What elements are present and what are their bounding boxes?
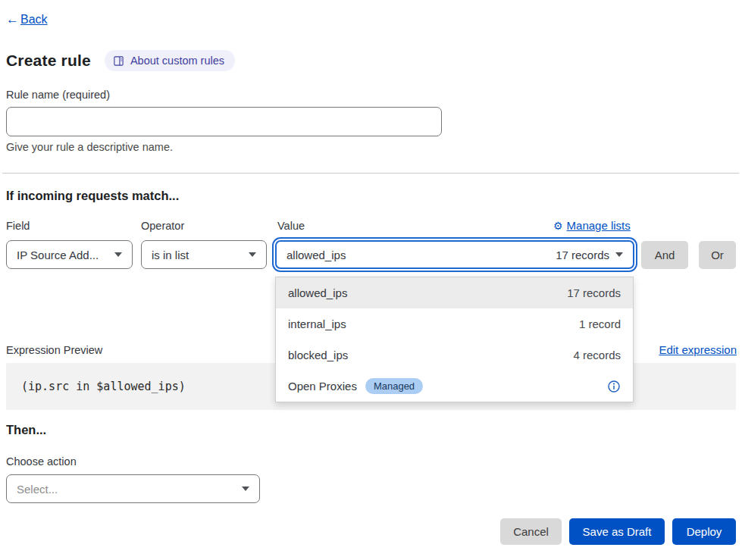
back-arrow-icon: ← xyxy=(6,12,19,27)
rule-name-label: Rule name (required) xyxy=(6,89,110,101)
value-select[interactable]: allowed_ips 17 records xyxy=(275,240,634,269)
value-select-record-count: 17 records xyxy=(556,249,609,261)
list-option-record-count: 17 records xyxy=(567,286,621,299)
section-divider xyxy=(2,173,739,174)
or-button[interactable]: Or xyxy=(699,241,736,269)
list-option-allowed-ips[interactable]: allowed_ips 17 records xyxy=(276,277,633,308)
match-section-heading: If incoming requests match... xyxy=(6,189,179,203)
chevron-down-icon xyxy=(249,252,256,257)
chevron-down-icon xyxy=(242,486,249,491)
manage-lists-link[interactable]: ⚙ Manage lists xyxy=(553,219,635,232)
action-select[interactable]: Select... xyxy=(6,474,260,503)
value-select-value: allowed_ips xyxy=(286,249,346,261)
list-option-internal-ips[interactable]: internal_ips 1 record xyxy=(276,308,633,339)
back-link-label: Back xyxy=(20,13,48,27)
field-label: Field xyxy=(6,220,30,232)
back-link[interactable]: ←Back xyxy=(6,12,48,27)
expression-preview-label: Expression Preview xyxy=(6,344,102,356)
rule-name-input[interactable] xyxy=(6,107,442,136)
field-select-value: IP Source Add... xyxy=(17,249,99,261)
save-as-draft-button[interactable]: Save as Draft xyxy=(569,518,665,545)
and-button[interactable]: And xyxy=(641,241,688,269)
operator-select[interactable]: is in list xyxy=(141,240,267,269)
choose-action-label: Choose action xyxy=(6,455,77,468)
lists-dropdown: allowed_ips 17 records internal_ips 1 re… xyxy=(275,277,634,402)
value-label: Value xyxy=(277,220,305,232)
edit-expression-link[interactable]: Edit expression xyxy=(659,343,737,356)
about-badge-label: About custom rules xyxy=(130,55,224,67)
then-section-heading: Then... xyxy=(6,423,46,437)
managed-badge: Managed xyxy=(365,378,423,394)
title-row: Create rule About custom rules xyxy=(6,50,235,71)
list-option-open-proxies[interactable]: Open Proxies Managed xyxy=(276,371,633,402)
operator-label: Operator xyxy=(141,220,184,232)
gear-icon: ⚙ xyxy=(553,220,563,232)
about-custom-rules-link[interactable]: About custom rules xyxy=(105,50,235,71)
cancel-button[interactable]: Cancel xyxy=(500,518,562,545)
list-option-name: allowed_ips xyxy=(288,286,347,299)
chevron-down-icon xyxy=(114,252,122,257)
operator-select-value: is in list xyxy=(152,249,189,261)
list-option-record-count: 4 records xyxy=(573,349,621,361)
action-select-placeholder: Select... xyxy=(17,483,58,496)
deploy-button[interactable]: Deploy xyxy=(672,518,736,545)
chevron-down-icon xyxy=(615,252,623,257)
book-icon xyxy=(113,55,124,67)
list-option-name: blocked_ips xyxy=(288,349,348,361)
list-option-name: Open Proxies xyxy=(288,380,357,393)
field-select[interactable]: IP Source Add... xyxy=(6,240,133,269)
list-option-name: internal_ips xyxy=(288,318,346,330)
create-rule-page: ←Back Create rule About custom rules Rul… xyxy=(0,0,742,560)
manage-lists-label: Manage lists xyxy=(567,219,631,232)
rule-name-helper-text: Give your rule a descriptive name. xyxy=(6,141,173,153)
expression-code: (ip.src in $allowed_ips) xyxy=(21,380,186,393)
info-icon[interactable] xyxy=(607,380,621,393)
list-option-record-count: 1 record xyxy=(579,318,621,330)
list-option-blocked-ips[interactable]: blocked_ips 4 records xyxy=(276,339,633,371)
page-title: Create rule xyxy=(6,52,91,70)
